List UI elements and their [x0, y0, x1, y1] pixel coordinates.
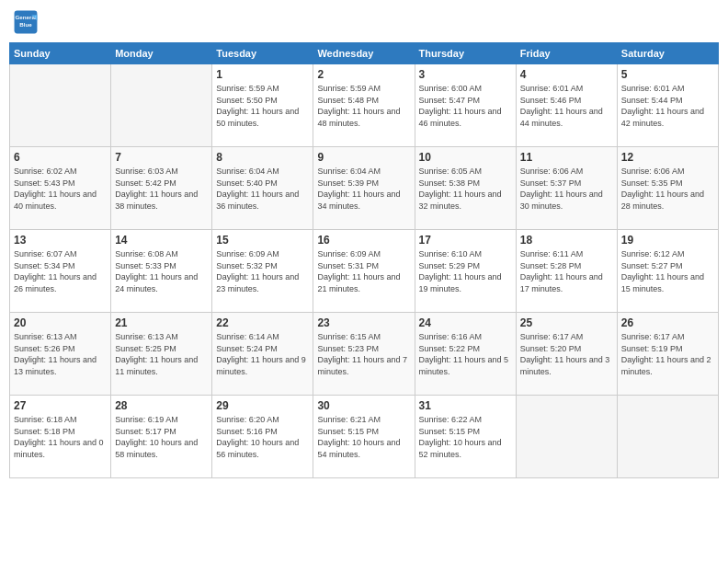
header-day: Monday	[111, 43, 212, 64]
calendar-cell: 8Sunrise: 6:04 AMSunset: 5:40 PMDaylight…	[212, 147, 313, 230]
day-number: 4	[520, 68, 613, 81]
cell-info: Sunrise: 6:17 AMSunset: 5:20 PMDaylight:…	[520, 331, 613, 377]
calendar-cell: 17Sunrise: 6:10 AMSunset: 5:29 PMDayligh…	[415, 230, 516, 313]
calendar-cell: 7Sunrise: 6:03 AMSunset: 5:42 PMDaylight…	[111, 147, 212, 230]
cell-info: Sunrise: 6:09 AMSunset: 5:32 PMDaylight:…	[216, 248, 309, 294]
calendar-cell: 11Sunrise: 6:06 AMSunset: 5:37 PMDayligh…	[516, 147, 617, 230]
calendar-week: 1Sunrise: 5:59 AMSunset: 5:50 PMDaylight…	[10, 64, 719, 147]
cell-info: Sunrise: 6:09 AMSunset: 5:31 PMDaylight:…	[317, 248, 410, 294]
calendar-cell: 13Sunrise: 6:07 AMSunset: 5:34 PMDayligh…	[10, 230, 111, 313]
calendar-cell: 19Sunrise: 6:12 AMSunset: 5:27 PMDayligh…	[617, 230, 718, 313]
day-number: 20	[14, 316, 107, 329]
cell-info: Sunrise: 6:16 AMSunset: 5:22 PMDaylight:…	[419, 331, 512, 377]
cell-info: Sunrise: 6:03 AMSunset: 5:42 PMDaylight:…	[115, 166, 208, 212]
day-number: 17	[419, 234, 512, 247]
day-number: 7	[115, 151, 208, 164]
day-number: 11	[520, 151, 613, 164]
calendar-cell: 27Sunrise: 6:18 AMSunset: 5:18 PMDayligh…	[10, 396, 111, 478]
cell-info: Sunrise: 6:22 AMSunset: 5:15 PMDaylight:…	[419, 414, 512, 460]
day-number: 31	[419, 399, 512, 412]
cell-info: Sunrise: 6:17 AMSunset: 5:19 PMDaylight:…	[621, 331, 714, 377]
calendar-cell: 20Sunrise: 6:13 AMSunset: 5:26 PMDayligh…	[10, 313, 111, 396]
cell-info: Sunrise: 6:07 AMSunset: 5:34 PMDaylight:…	[14, 248, 107, 294]
day-number: 27	[14, 399, 107, 412]
cell-info: Sunrise: 6:11 AMSunset: 5:28 PMDaylight:…	[520, 248, 613, 294]
day-number: 28	[115, 399, 208, 412]
day-number: 2	[317, 68, 410, 81]
day-number: 8	[216, 151, 309, 164]
calendar-cell: 30Sunrise: 6:21 AMSunset: 5:15 PMDayligh…	[313, 396, 415, 478]
day-number: 12	[621, 151, 714, 164]
calendar-cell	[10, 64, 111, 147]
calendar-table: SundayMondayTuesdayWednesdayThursdayFrid…	[9, 42, 719, 478]
cell-info: Sunrise: 6:13 AMSunset: 5:25 PMDaylight:…	[115, 331, 208, 377]
calendar-cell: 14Sunrise: 6:08 AMSunset: 5:33 PMDayligh…	[111, 230, 212, 313]
svg-text:Blue: Blue	[19, 21, 32, 28]
calendar-cell: 28Sunrise: 6:19 AMSunset: 5:17 PMDayligh…	[111, 396, 212, 478]
calendar-cell: 26Sunrise: 6:17 AMSunset: 5:19 PMDayligh…	[617, 313, 718, 396]
day-number: 26	[621, 316, 714, 329]
header-day: Tuesday	[212, 43, 313, 64]
calendar-cell: 2Sunrise: 5:59 AMSunset: 5:48 PMDaylight…	[313, 64, 415, 147]
calendar-cell: 4Sunrise: 6:01 AMSunset: 5:46 PMDaylight…	[516, 64, 617, 147]
day-number: 22	[216, 316, 309, 329]
calendar-cell: 5Sunrise: 6:01 AMSunset: 5:44 PMDaylight…	[617, 64, 718, 147]
day-number: 16	[317, 234, 410, 247]
cell-info: Sunrise: 6:08 AMSunset: 5:33 PMDaylight:…	[115, 248, 208, 294]
day-number: 29	[216, 399, 309, 412]
calendar-cell: 25Sunrise: 6:17 AMSunset: 5:20 PMDayligh…	[516, 313, 617, 396]
day-number: 24	[419, 316, 512, 329]
header-day: Thursday	[415, 43, 516, 64]
calendar-cell: 6Sunrise: 6:02 AMSunset: 5:43 PMDaylight…	[10, 147, 111, 230]
cell-info: Sunrise: 6:19 AMSunset: 5:17 PMDaylight:…	[115, 414, 208, 460]
calendar-cell: 24Sunrise: 6:16 AMSunset: 5:22 PMDayligh…	[415, 313, 516, 396]
day-number: 5	[621, 68, 714, 81]
cell-info: Sunrise: 5:59 AMSunset: 5:48 PMDaylight:…	[317, 83, 410, 129]
calendar-cell: 18Sunrise: 6:11 AMSunset: 5:28 PMDayligh…	[516, 230, 617, 313]
cell-info: Sunrise: 6:15 AMSunset: 5:23 PMDaylight:…	[317, 331, 410, 377]
cell-info: Sunrise: 6:01 AMSunset: 5:46 PMDaylight:…	[520, 83, 613, 129]
cell-info: Sunrise: 6:00 AMSunset: 5:47 PMDaylight:…	[419, 83, 512, 129]
page-header: General Blue	[9, 9, 719, 35]
calendar-cell: 22Sunrise: 6:14 AMSunset: 5:24 PMDayligh…	[212, 313, 313, 396]
cell-info: Sunrise: 6:05 AMSunset: 5:38 PMDaylight:…	[419, 166, 512, 212]
day-number: 9	[317, 151, 410, 164]
cell-info: Sunrise: 6:14 AMSunset: 5:24 PMDaylight:…	[216, 331, 309, 377]
calendar-cell: 10Sunrise: 6:05 AMSunset: 5:38 PMDayligh…	[415, 147, 516, 230]
logo: General Blue	[13, 9, 40, 35]
calendar-week: 13Sunrise: 6:07 AMSunset: 5:34 PMDayligh…	[10, 230, 719, 313]
day-number: 21	[115, 316, 208, 329]
calendar-cell	[111, 64, 212, 147]
header-day: Friday	[516, 43, 617, 64]
calendar-cell: 9Sunrise: 6:04 AMSunset: 5:39 PMDaylight…	[313, 147, 415, 230]
cell-info: Sunrise: 6:04 AMSunset: 5:39 PMDaylight:…	[317, 166, 410, 212]
calendar-body: 1Sunrise: 5:59 AMSunset: 5:50 PMDaylight…	[10, 64, 719, 478]
calendar-cell: 3Sunrise: 6:00 AMSunset: 5:47 PMDaylight…	[415, 64, 516, 147]
cell-info: Sunrise: 6:02 AMSunset: 5:43 PMDaylight:…	[14, 166, 107, 212]
cell-info: Sunrise: 5:59 AMSunset: 5:50 PMDaylight:…	[216, 83, 309, 129]
header-day: Sunday	[10, 43, 111, 64]
header-day: Wednesday	[313, 43, 415, 64]
day-number: 1	[216, 68, 309, 81]
day-number: 19	[621, 234, 714, 247]
calendar-cell	[617, 396, 718, 478]
calendar-cell: 23Sunrise: 6:15 AMSunset: 5:23 PMDayligh…	[313, 313, 415, 396]
logo-icon: General Blue	[13, 9, 39, 35]
cell-info: Sunrise: 6:01 AMSunset: 5:44 PMDaylight:…	[621, 83, 714, 129]
day-number: 14	[115, 234, 208, 247]
calendar-cell: 29Sunrise: 6:20 AMSunset: 5:16 PMDayligh…	[212, 396, 313, 478]
day-number: 13	[14, 234, 107, 247]
cell-info: Sunrise: 6:06 AMSunset: 5:37 PMDaylight:…	[520, 166, 613, 212]
calendar-week: 27Sunrise: 6:18 AMSunset: 5:18 PMDayligh…	[10, 396, 719, 478]
day-number: 10	[419, 151, 512, 164]
calendar-header: SundayMondayTuesdayWednesdayThursdayFrid…	[10, 43, 719, 64]
calendar-cell: 31Sunrise: 6:22 AMSunset: 5:15 PMDayligh…	[415, 396, 516, 478]
day-number: 3	[419, 68, 512, 81]
header-day: Saturday	[617, 43, 718, 64]
cell-info: Sunrise: 6:06 AMSunset: 5:35 PMDaylight:…	[621, 166, 714, 212]
day-number: 18	[520, 234, 613, 247]
day-number: 25	[520, 316, 613, 329]
day-number: 15	[216, 234, 309, 247]
day-number: 6	[14, 151, 107, 164]
calendar-cell: 1Sunrise: 5:59 AMSunset: 5:50 PMDaylight…	[212, 64, 313, 147]
